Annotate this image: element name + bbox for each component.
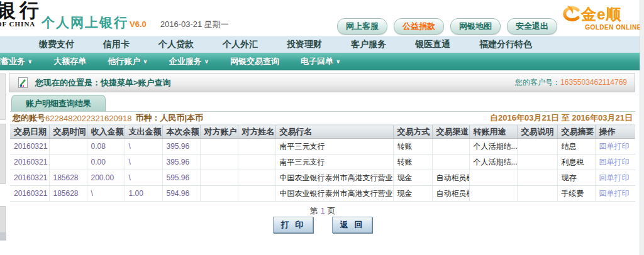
left-sidebar-strip[interactable] bbox=[0, 70, 6, 255]
header: 银行 OF CHINA 个人网上银行V6.02016-03-21 星期一 网上客… bbox=[0, 0, 644, 36]
table-cell bbox=[432, 155, 469, 170]
print-button[interactable]: 打 印 bbox=[273, 217, 314, 233]
customer-number-value: 1635503462114769 bbox=[560, 78, 627, 87]
column-header: 对方姓名 bbox=[238, 126, 275, 139]
table-cell: \ bbox=[87, 186, 125, 202]
date-range: 自2016年03月21日 至 2016年03月21日 bbox=[490, 112, 633, 124]
table-cell: 200.00 bbox=[87, 170, 125, 186]
table-cell: 现金 bbox=[393, 186, 432, 202]
table-row: 201603210.08\395.96南平三元支行转账个人活期结...结息回单打… bbox=[10, 139, 635, 155]
table-cell bbox=[200, 170, 238, 186]
table-cell: \ bbox=[125, 155, 162, 170]
table-cell: 185628 bbox=[49, 170, 87, 186]
primary-nav-item[interactable]: 信用卡 bbox=[103, 39, 130, 50]
quick-links: 网上客服公益捐款网银地图安全退出 bbox=[337, 18, 557, 35]
column-header: 交易渠道 bbox=[432, 126, 469, 139]
table-cell: 395.96 bbox=[162, 139, 200, 155]
table-cell bbox=[432, 139, 469, 155]
operation-cell: 回单打印 bbox=[595, 186, 635, 202]
quick-link-2[interactable]: 网银地图 bbox=[450, 18, 501, 35]
primary-nav-item[interactable]: 缴费支付 bbox=[39, 39, 74, 50]
secondary-nav-item[interactable]: 企业服务∨ bbox=[169, 56, 209, 67]
table-cell bbox=[469, 186, 517, 202]
secondary-nav-item[interactable]: 储蓄业务∨ bbox=[0, 56, 32, 67]
tab-detail-query-result[interactable]: 账户明细查询结果 bbox=[11, 95, 106, 111]
scrollbar-strip[interactable] bbox=[640, 0, 644, 255]
column-header: 转账用途 bbox=[469, 126, 517, 139]
transactions-table: 交易日期交易时间收入金额支出金额本次余额对方账户对方姓名交易行名交易方式交易渠道… bbox=[10, 125, 635, 202]
receipt-print-link[interactable]: 回单打印 bbox=[599, 173, 630, 182]
table-cell bbox=[517, 139, 557, 155]
page-number: 1 bbox=[320, 206, 325, 215]
secondary-nav-item[interactable]: 大额存单 bbox=[53, 56, 86, 67]
secondary-nav-item[interactable]: 电子回单∨ bbox=[301, 56, 340, 67]
product-title: 个人网上银行 bbox=[42, 15, 128, 30]
page-text-before: 第 bbox=[309, 206, 318, 215]
table-cell: 20160321 bbox=[10, 186, 49, 202]
table-cell bbox=[49, 155, 87, 170]
table-cell: 结息 bbox=[557, 139, 595, 155]
column-header: 收入金额 bbox=[87, 126, 125, 139]
table-cell: 中国农业银行泰州市高港支行营业部 bbox=[275, 186, 393, 202]
breadcrumb-bar: 您现在的位置是：快捷菜单>账户查询 您的客户号：1635503462114769 bbox=[9, 73, 635, 92]
action-buttons: 打 印 返 回 bbox=[10, 217, 635, 233]
page: 银行 OF CHINA 个人网上银行V6.02016-03-21 星期一 网上客… bbox=[0, 0, 644, 255]
table-cell: 转账 bbox=[393, 139, 432, 155]
operation-cell: 回单打印 bbox=[595, 170, 635, 186]
table-cell: \ bbox=[125, 139, 162, 155]
primary-nav-item[interactable]: 福建分行特色 bbox=[479, 39, 532, 50]
primary-nav-item[interactable]: 银医直通 bbox=[415, 39, 450, 50]
currency-label: 币种： bbox=[135, 112, 160, 124]
result-panel: 您的账号6228482022321620918币种：人民币|本币 自2016年0… bbox=[10, 111, 635, 202]
primary-nav-item[interactable]: 个人贷款 bbox=[158, 39, 194, 50]
primary-nav-item[interactable]: 投资理财 bbox=[287, 39, 322, 50]
tab-label: 账户明细查询结果 bbox=[26, 98, 91, 109]
column-header: 交易日期 bbox=[10, 126, 49, 139]
version-label: V6.0 bbox=[130, 19, 147, 29]
column-header: 交易说明 bbox=[517, 126, 557, 139]
customer-number-label: 您的客户号： bbox=[515, 78, 560, 87]
primary-nav: 缴费支付信用卡个人贷款个人外汇投资理财客户服务银医直通福建分行特色 bbox=[0, 36, 644, 53]
primary-nav-item[interactable]: 个人外汇 bbox=[223, 39, 258, 50]
brand-name-en: GOLDEN ONLINE bbox=[561, 24, 641, 31]
column-header: 交易方式 bbox=[393, 126, 432, 139]
table-cell bbox=[517, 155, 557, 170]
account-label: 您的账号 bbox=[13, 112, 45, 124]
table-cell bbox=[200, 155, 238, 170]
table-cell: 1.00 bbox=[125, 186, 162, 202]
receipt-print-link[interactable]: 回单打印 bbox=[599, 189, 630, 198]
receipt-print-link[interactable]: 回单打印 bbox=[599, 158, 630, 166]
brand-name-cn: 金e顺 bbox=[581, 6, 621, 23]
table-cell: 395.96 bbox=[162, 155, 200, 170]
secondary-nav-item[interactable]: 网银交易查询 bbox=[230, 56, 279, 67]
table-cell: 0.08 bbox=[87, 139, 125, 155]
quick-link-0[interactable]: 网上客服 bbox=[337, 18, 387, 35]
primary-nav-item[interactable]: 客户服务 bbox=[351, 39, 386, 50]
column-header: 交易行名 bbox=[275, 126, 393, 139]
quick-link-1[interactable]: 公益捐款 bbox=[394, 18, 444, 35]
product-title-block: 个人网上银行V6.02016-03-21 星期一 bbox=[42, 14, 229, 31]
table-cell: 20160321 bbox=[10, 170, 49, 186]
table-cell: 594.96 bbox=[162, 186, 200, 202]
chevron-down-icon: ∨ bbox=[336, 58, 340, 65]
secondary-nav-item[interactable]: 他行账户∨ bbox=[108, 56, 147, 67]
currency-value: 人民币|本币 bbox=[160, 112, 203, 124]
column-header: 交易摘要 bbox=[557, 126, 595, 139]
table-cell: 现存 bbox=[557, 170, 595, 186]
column-header: 本次余额 bbox=[162, 126, 200, 139]
table-cell bbox=[238, 139, 275, 155]
table-cell bbox=[238, 155, 275, 170]
column-header: 操作 bbox=[595, 126, 635, 139]
receipt-print-link[interactable]: 回单打印 bbox=[599, 142, 630, 151]
customer-number-block: 您的客户号：1635503462114769 bbox=[515, 77, 627, 88]
table-cell: 个人活期结... bbox=[469, 155, 517, 170]
table-body: 201603210.08\395.96南平三元支行转账个人活期结...结息回单打… bbox=[10, 139, 635, 202]
back-button[interactable]: 返 回 bbox=[332, 217, 373, 233]
table-cell: \ bbox=[125, 170, 162, 186]
column-header: 对方账户 bbox=[200, 126, 238, 139]
quick-link-3[interactable]: 安全退出 bbox=[507, 18, 557, 35]
table-cell bbox=[517, 170, 557, 186]
table-cell: 中国农业银行泰州市高港支行营业部 bbox=[275, 170, 393, 186]
table-cell: 南平三元支行 bbox=[275, 155, 393, 170]
table-cell: 手续费 bbox=[557, 186, 595, 202]
